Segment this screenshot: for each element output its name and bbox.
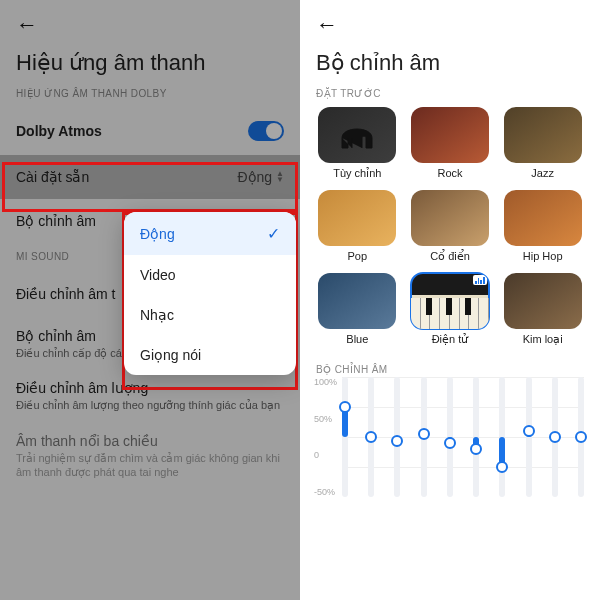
presets-section-label: ĐẶT TRƯỚC <box>300 88 600 107</box>
preset-thumb <box>318 107 396 163</box>
preset-item[interactable]: Cổ điển <box>409 190 492 263</box>
surround-label: Âm thanh nổi ba chiều <box>16 433 158 449</box>
check-icon: ✓ <box>267 224 280 243</box>
eq-slider[interactable] <box>342 377 348 497</box>
back-icon[interactable]: ← <box>300 0 354 44</box>
page-title: Hiệu ứng âm thanh <box>0 44 300 88</box>
eq-slider[interactable] <box>473 377 479 497</box>
preset-grid: Tùy chỉnhRockJazzPopCổ điểnHip HopBlueĐi… <box>300 107 600 346</box>
slider-knob[interactable] <box>549 431 561 443</box>
eq-slider[interactable] <box>447 377 453 497</box>
slider-knob[interactable] <box>365 431 377 443</box>
preset-item[interactable]: Kim loại <box>501 273 584 346</box>
eq-slider[interactable] <box>578 377 584 497</box>
eq-slider[interactable] <box>552 377 558 497</box>
sound-effects-screen: ← Hiệu ứng âm thanh HIỆU ỨNG ÂM THANH DO… <box>0 0 300 600</box>
popup-option-video[interactable]: Video <box>124 255 296 295</box>
volume-adjust-desc: Điều chỉnh âm lượng theo ngưỡng thính gi… <box>16 396 280 412</box>
surround-row[interactable]: Âm thanh nổi ba chiều Trải nghiệm sự đắm… <box>0 423 300 490</box>
slider-knob[interactable] <box>496 461 508 473</box>
preset-thumb <box>411 190 489 246</box>
preset-item[interactable]: Điện tử <box>409 273 492 346</box>
slider-knob[interactable] <box>391 435 403 447</box>
slider-knob[interactable] <box>444 437 456 449</box>
preset-label: Cổ điển <box>430 250 470 263</box>
preset-item[interactable]: Hip Hop <box>501 190 584 263</box>
preset-thumb <box>411 107 489 163</box>
page-title: Bộ chỉnh âm <box>300 44 600 88</box>
slider-knob[interactable] <box>523 425 535 437</box>
dolby-atmos-label: Dolby Atmos <box>16 123 102 139</box>
preset-thumb <box>504 190 582 246</box>
back-icon[interactable]: ← <box>0 0 54 44</box>
surround-desc: Trải nghiệm sự đắm chìm và cảm giác khôn… <box>16 449 284 480</box>
presets-popup: Động ✓ Video Nhạc Giọng nói <box>124 212 296 375</box>
annotation-highlight-row <box>2 162 298 212</box>
eq-slider[interactable] <box>499 377 505 497</box>
preset-item[interactable]: Jazz <box>501 107 584 180</box>
preset-label: Kim loại <box>523 333 563 346</box>
dolby-atmos-row[interactable]: Dolby Atmos <box>0 107 300 155</box>
preset-thumb <box>504 107 582 163</box>
preset-label: Hip Hop <box>523 250 563 262</box>
dolby-section-label: HIỆU ỨNG ÂM THANH DOLBY <box>0 88 300 107</box>
preset-item[interactable]: Tùy chỉnh <box>316 107 399 180</box>
preset-item[interactable]: Blue <box>316 273 399 346</box>
adjust-sound-label: Điều chỉnh âm t <box>16 286 115 302</box>
preset-thumb <box>411 273 489 329</box>
equalizer-chart: 100%50%0-50% <box>316 377 584 507</box>
preset-label: Tùy chỉnh <box>333 167 381 180</box>
headphones-icon <box>337 118 377 152</box>
eq-badge-icon <box>473 275 487 285</box>
eq-section-label: BỘ CHỈNH ÂM <box>300 346 600 377</box>
eq-slider[interactable] <box>394 377 400 497</box>
slider-knob[interactable] <box>418 428 430 440</box>
slider-knob[interactable] <box>575 431 587 443</box>
preset-thumb <box>318 273 396 329</box>
slider-knob[interactable] <box>470 443 482 455</box>
equalizer2-label: Bộ chỉnh âm <box>16 328 96 344</box>
eq-axis: 100%50%0-50% <box>314 377 344 497</box>
popup-option-label: Nhạc <box>140 307 174 323</box>
eq-slider[interactable] <box>526 377 532 497</box>
preset-item[interactable]: Pop <box>316 190 399 263</box>
preset-label: Điện tử <box>432 333 469 346</box>
axis-tick: 0 <box>314 450 344 460</box>
popup-option-label: Động <box>140 226 175 242</box>
equalizer-label: Bộ chỉnh âm <box>16 213 96 229</box>
preset-thumb <box>318 190 396 246</box>
preset-thumb <box>504 273 582 329</box>
axis-tick: 100% <box>314 377 344 387</box>
preset-item[interactable]: Rock <box>409 107 492 180</box>
eq-slider[interactable] <box>368 377 374 497</box>
equalizer-screen: ← Bộ chỉnh âm ĐẶT TRƯỚC Tùy chỉnhRockJaz… <box>300 0 600 600</box>
popup-option-label: Video <box>140 267 176 283</box>
popup-option-label: Giọng nói <box>140 347 201 363</box>
popup-option-giongnoi[interactable]: Giọng nói <box>124 335 296 375</box>
popup-option-nhac[interactable]: Nhạc <box>124 295 296 335</box>
axis-tick: 50% <box>314 414 344 424</box>
popup-option-dong[interactable]: Động ✓ <box>124 212 296 255</box>
eq-sliders <box>342 377 584 497</box>
preset-label: Jazz <box>531 167 554 179</box>
preset-label: Rock <box>437 167 462 179</box>
slider-knob[interactable] <box>339 401 351 413</box>
preset-label: Pop <box>348 250 368 262</box>
eq-slider[interactable] <box>421 377 427 497</box>
dolby-atmos-toggle[interactable] <box>248 121 284 141</box>
preset-label: Blue <box>346 333 368 345</box>
axis-tick: -50% <box>314 487 344 497</box>
